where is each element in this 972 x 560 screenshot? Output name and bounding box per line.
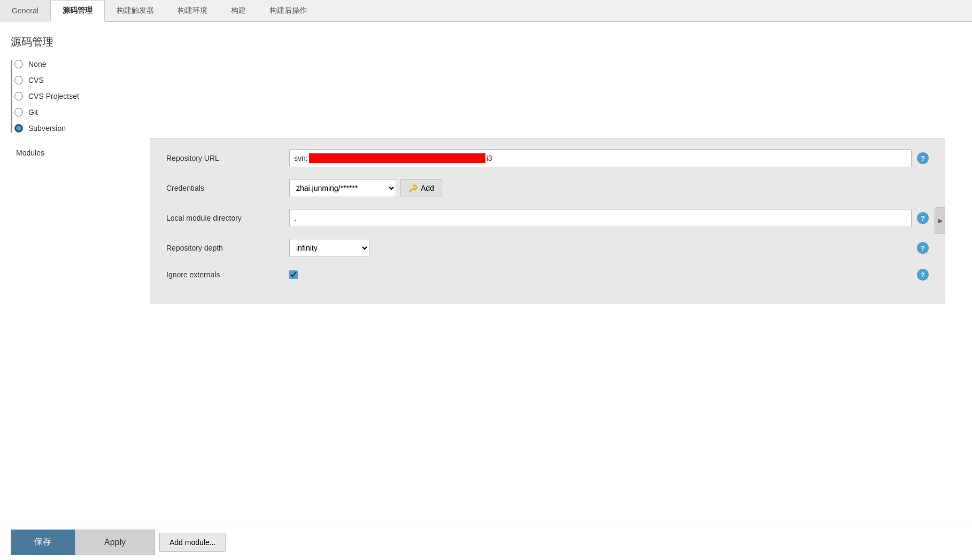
local-module-control [289, 209, 912, 227]
repository-url-label: Repository URL [166, 154, 289, 162]
main-content: 源码管理 None CVS CVS Projectset Git Subvers… [0, 22, 972, 546]
tab-general[interactable]: General [0, 0, 50, 22]
repository-depth-select[interactable]: infinity empty files immediates [289, 239, 369, 257]
repository-depth-help-icon[interactable]: ? [917, 242, 929, 254]
repository-depth-row: Repository depth infinity empty files im… [166, 239, 929, 257]
apply-button[interactable]: Apply [75, 530, 155, 555]
url-suffix: i3 [487, 154, 492, 162]
add-module-button[interactable]: Add module... [159, 533, 226, 552]
tab-source[interactable]: 源码管理 [50, 0, 105, 22]
tab-build[interactable]: 构建 [219, 0, 258, 22]
config-panel: ▶ Repository URL svn:i3 ? Credentials zh… [150, 138, 945, 304]
ignore-externals-label: Ignore externals [166, 270, 289, 279]
radio-git[interactable] [14, 108, 23, 116]
radio-cvs-label: CVS [28, 76, 44, 84]
add-credentials-button[interactable]: 🔑 Add [400, 179, 442, 197]
tab-env[interactable]: 构建环境 [166, 0, 219, 22]
page-title: 源码管理 [11, 35, 961, 49]
ignore-externals-control [289, 270, 912, 279]
modules-sidebar: Modules [11, 138, 150, 304]
bottom-bar: 保存 Apply Add module... [0, 524, 972, 560]
repository-url-control: svn:i3 [289, 149, 912, 167]
scm-option-cvs-projectset[interactable]: CVS Projectset [14, 92, 961, 100]
radio-git-label: Git [28, 108, 38, 116]
radio-cvs[interactable] [14, 76, 23, 84]
local-module-input[interactable] [289, 209, 912, 227]
scm-radio-group: None CVS CVS Projectset Git Subversion [11, 60, 961, 133]
radio-none[interactable] [14, 60, 23, 68]
panel-toggle[interactable]: ▶ [935, 207, 945, 234]
ignore-externals-checkbox[interactable] [289, 270, 298, 279]
ignore-externals-row: Ignore externals ? [166, 269, 929, 281]
local-module-row: Local module directory ? [166, 209, 929, 227]
repository-url-help-icon[interactable]: ? [917, 152, 929, 164]
credentials-row: Credentials zhai.junming/****** 🔑 Add [166, 179, 929, 197]
url-redacted [309, 153, 485, 163]
radio-none-label: None [28, 60, 46, 68]
local-module-label: Local module directory [166, 214, 289, 222]
credentials-select[interactable]: zhai.junming/****** [289, 179, 396, 197]
radio-subversion-label: Subversion [28, 124, 66, 133]
add-button-label: Add [421, 184, 434, 192]
tab-post[interactable]: 构建后操作 [258, 0, 319, 22]
scm-option-subversion[interactable]: Subversion [14, 124, 961, 133]
save-button[interactable]: 保存 [11, 530, 75, 555]
radio-cvs-projectset-label: CVS Projectset [28, 92, 79, 100]
credentials-control: zhai.junming/****** 🔑 Add [289, 179, 929, 197]
url-input-display[interactable]: svn:i3 [289, 149, 912, 167]
tab-trigger[interactable]: 构建触发器 [105, 0, 166, 22]
repository-depth-label: Repository depth [166, 244, 289, 252]
modules-label: Modules [16, 149, 44, 157]
scm-option-cvs[interactable]: CVS [14, 76, 961, 84]
scm-option-none[interactable]: None [14, 60, 961, 68]
repository-url-row: Repository URL svn:i3 ? [166, 149, 929, 167]
scm-option-git[interactable]: Git [14, 108, 961, 116]
credentials-label: Credentials [166, 184, 289, 192]
repository-depth-control: infinity empty files immediates [289, 239, 912, 257]
modules-area: Modules ▶ Repository URL svn:i3 ? Creden… [11, 138, 961, 304]
ignore-externals-help-icon[interactable]: ? [917, 269, 929, 281]
local-module-help-icon[interactable]: ? [917, 212, 929, 224]
radio-cvs-projectset[interactable] [14, 92, 23, 100]
url-prefix: svn: [294, 154, 308, 162]
radio-subversion[interactable] [14, 124, 23, 133]
tab-bar: General 源码管理 构建触发器 构建环境 构建 构建后操作 [0, 0, 972, 22]
key-icon: 🔑 [408, 184, 418, 192]
